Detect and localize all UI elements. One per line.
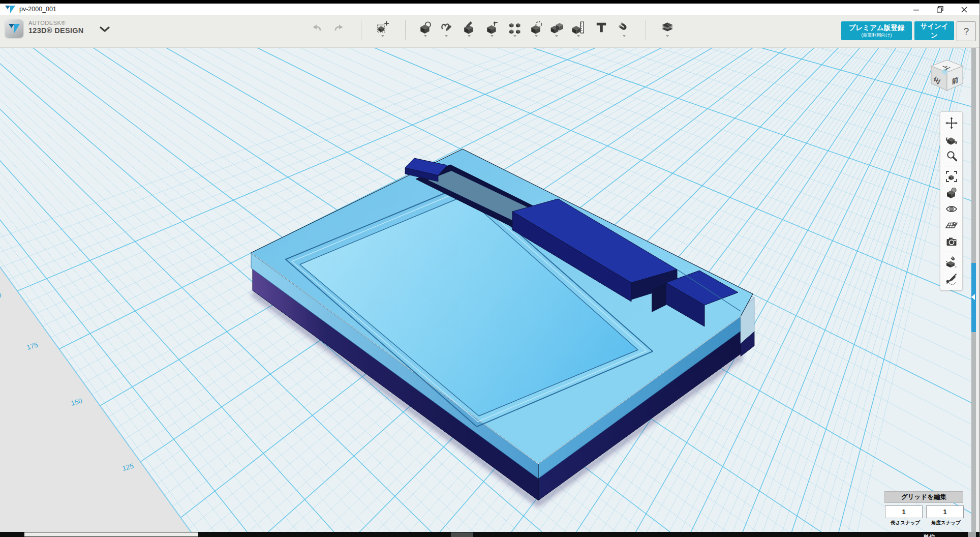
tool-caret <box>491 35 494 37</box>
zoom-icon <box>945 150 958 162</box>
redo-button[interactable] <box>330 22 348 43</box>
tool-caret <box>513 35 516 37</box>
group-tool-button[interactable] <box>528 21 545 41</box>
measure-tool-button[interactable] <box>570 21 587 41</box>
measure-icon <box>572 21 585 34</box>
nav-separator <box>945 252 958 252</box>
primitives-tool-button[interactable] <box>417 21 434 41</box>
restore-button[interactable] <box>930 4 950 15</box>
brand-company-label: AUTODESK® <box>28 20 84 26</box>
screenshot-button[interactable] <box>944 234 959 249</box>
group-icon <box>530 21 543 34</box>
grid-visibility-button[interactable] <box>944 218 959 233</box>
grid-settings-panel: グリッドを編集 長さスナップ 角度スナップ <box>884 491 965 503</box>
toolbar-separator <box>405 20 406 40</box>
modify-icon <box>485 21 499 34</box>
viewport-canvas[interactable]: 0 175 150 125 <box>0 0 980 537</box>
primitives-icon <box>419 21 432 34</box>
snap-tool-button[interactable] <box>616 21 633 41</box>
tool-caret <box>555 35 558 37</box>
undo-button[interactable] <box>308 22 325 43</box>
window-top-border <box>0 0 979 4</box>
length-snap-label: 長さスナップ <box>891 520 920 526</box>
orbit-icon <box>945 133 958 145</box>
orbit-button[interactable] <box>944 132 959 147</box>
brand-text: AUTODESK® 123D® DESIGN <box>28 20 84 35</box>
modify-tool-button[interactable] <box>483 21 501 41</box>
close-icon <box>961 7 967 13</box>
tool-caret <box>445 35 448 37</box>
text-tool-button[interactable] <box>593 21 610 41</box>
angle-snap-label: 角度スナップ <box>931 520 961 526</box>
main-menu-chevron-icon[interactable] <box>100 26 110 33</box>
minimize-button[interactable] <box>906 4 927 15</box>
transform-icon <box>376 21 389 34</box>
material-icon <box>661 21 674 34</box>
sketch-icon <box>440 21 453 34</box>
pan-button[interactable] <box>944 115 959 131</box>
pattern-tool-button[interactable] <box>506 21 524 41</box>
title-bar: pv-2000_001 <box>0 4 979 15</box>
window-right-margin <box>976 47 980 532</box>
grid-visibility-icon <box>945 219 958 231</box>
tool-caret <box>666 35 669 37</box>
snap-icon <box>618 21 631 34</box>
text-icon <box>595 21 608 34</box>
fit-button[interactable] <box>944 169 959 184</box>
shading-icon <box>945 187 958 199</box>
window-title: pv-2000_001 <box>19 6 56 13</box>
angle-snap-input[interactable] <box>926 505 964 518</box>
toolbar-separator <box>361 20 361 40</box>
visibility-button[interactable] <box>944 201 959 217</box>
fit-icon <box>945 170 958 183</box>
brand-logo-tile[interactable] <box>5 19 23 38</box>
nav-separator <box>945 166 958 166</box>
combine-tool-button[interactable] <box>548 21 565 41</box>
help-button[interactable]: ? <box>957 21 976 41</box>
units-label: 単位 <box>923 533 935 537</box>
premium-button-subtitle: (商業利用向け) <box>861 33 892 38</box>
construct-tool-button[interactable] <box>461 21 478 41</box>
app-logo-icon <box>4 5 16 14</box>
close-button[interactable] <box>954 4 974 15</box>
combine-icon <box>550 21 563 34</box>
tool-caret <box>468 35 471 37</box>
tool-caret <box>424 35 427 37</box>
tool-caret <box>577 35 580 37</box>
tool-caret <box>623 35 626 37</box>
grid-edit-button[interactable]: グリッドを編集 <box>884 491 963 503</box>
signin-button[interactable]: サインイン <box>914 21 954 40</box>
shading-button[interactable] <box>944 185 959 200</box>
redo-icon <box>332 22 346 35</box>
screenshot-icon <box>945 235 958 248</box>
panel-collapse-handle[interactable] <box>971 263 976 332</box>
sketch-tool-button[interactable] <box>438 21 455 41</box>
collapse-arrow-icon <box>971 294 975 300</box>
vertical-scrollbar-track[interactable] <box>971 47 976 532</box>
application-window: 0 175 150 125 <box>0 0 980 537</box>
snap-settings-button[interactable] <box>944 255 959 270</box>
toolbar-separator <box>646 20 646 40</box>
main-toolbar: AUTODESK® 123D® DESIGN <box>0 15 979 48</box>
premium-register-button[interactable]: プレミアム版登録 (商業利用向け) <box>841 21 912 40</box>
123d-logo-icon <box>8 22 21 35</box>
tool-caret <box>535 35 538 37</box>
horizontal-scrollbar-thumb[interactable] <box>24 532 198 536</box>
sketch-visibility-button[interactable] <box>944 271 959 286</box>
pattern-icon <box>508 21 522 34</box>
construct-icon <box>463 21 476 34</box>
brand-product-label: 123D® DESIGN <box>28 26 84 35</box>
transform-tool-button[interactable] <box>374 21 391 41</box>
length-snap-input[interactable] <box>885 505 923 518</box>
navigation-rail <box>940 111 963 290</box>
tool-caret <box>381 35 384 37</box>
status-bar: 単位 <box>0 532 979 537</box>
visibility-icon <box>945 203 958 215</box>
restore-icon <box>937 6 943 13</box>
zoom-button[interactable] <box>944 148 959 163</box>
sketch-visibility-icon <box>945 273 958 285</box>
pan-icon <box>945 117 958 129</box>
statusbar-segment <box>451 532 473 537</box>
snap-settings-icon <box>945 256 958 268</box>
material-tool-button[interactable] <box>659 21 676 41</box>
